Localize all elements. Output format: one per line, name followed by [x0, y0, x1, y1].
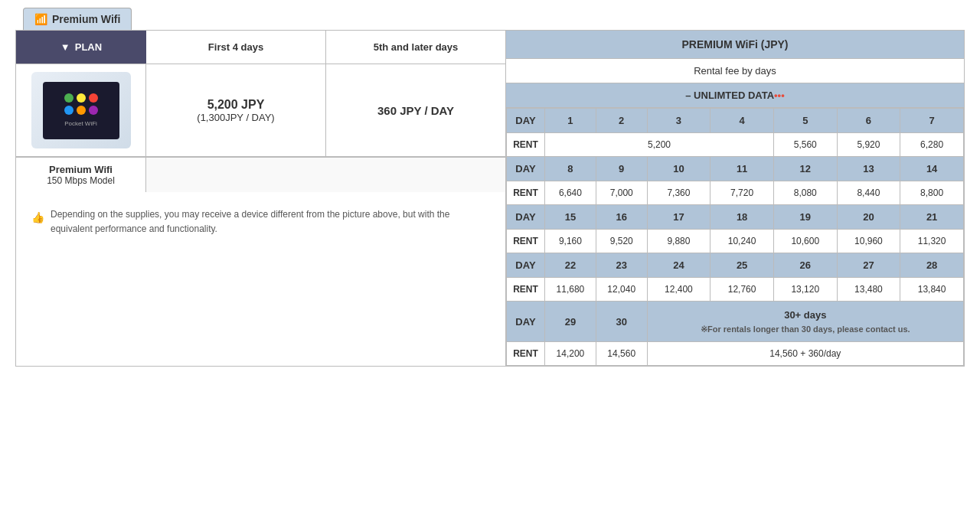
- pricing-table: DAY 1 2 3 4 5 6 7 RENT 5,200 5,560: [506, 108, 964, 366]
- first4-header: First 4 days: [146, 31, 326, 64]
- rent-16: 9,520: [596, 230, 647, 253]
- dot-1: [64, 93, 74, 103]
- rental-fee-title: Rental fee by days: [506, 59, 964, 83]
- rent-17: 9,880: [647, 230, 710, 253]
- day-19: 19: [773, 205, 837, 230]
- day-header-row-4: DAY 22 23 24 25 26 27 28: [507, 253, 964, 278]
- day-25: 25: [710, 253, 774, 278]
- plan-label: PLAN: [75, 41, 102, 53]
- rent-label-5: RENT: [507, 342, 545, 366]
- chevron-icon: ▼: [60, 41, 70, 53]
- rent-20: 10,960: [837, 230, 900, 253]
- thumbs-icon: 👍: [31, 209, 44, 236]
- rent-22: 11,680: [545, 278, 596, 302]
- rent-19: 10,600: [773, 230, 837, 253]
- day-28: 28: [900, 253, 964, 278]
- right-panel: PREMIUM WiFi (JPY) Rental fee by days – …: [506, 31, 964, 366]
- tab-label: Premium Wifi: [52, 13, 120, 25]
- day-header-row-2: DAY 8 9 10 11 12 13 14: [507, 157, 964, 181]
- day-label-3: DAY: [507, 205, 545, 230]
- day-9: 9: [596, 157, 647, 181]
- product-name: Premium Wifi: [24, 164, 138, 175]
- device-brand: Pocket WiFi: [64, 120, 97, 127]
- product-model: 150 Mbps Model: [24, 175, 138, 186]
- unlimited-dots: •••: [774, 90, 785, 101]
- rent-6: 5,920: [837, 133, 900, 157]
- day-label-1: DAY: [507, 109, 545, 133]
- main-content: ▼ PLAN First 4 days 5th and later days: [15, 30, 965, 367]
- plan-header-row: ▼ PLAN First 4 days 5th and later days: [16, 31, 505, 64]
- plan-header-cell: ▼ PLAN: [16, 31, 146, 64]
- product-name-cell: Premium Wifi 150 Mbps Model: [16, 158, 146, 192]
- day-22: 22: [545, 253, 596, 278]
- thirty-plus-note: ※For rentals longer than 30 days, please…: [651, 323, 960, 336]
- day-2: 2: [596, 109, 647, 133]
- rent-9: 7,000: [596, 181, 647, 205]
- day-11: 11: [710, 157, 774, 181]
- rent-8: 6,640: [545, 181, 596, 205]
- rent-25: 12,760: [710, 278, 774, 302]
- day-3: 3: [647, 109, 710, 133]
- unlimited-row: – UNLIMTED DATA•••: [506, 83, 964, 108]
- rent-30: 14,560: [596, 342, 647, 366]
- day-23: 23: [596, 253, 647, 278]
- rent-1-4: 5,200: [545, 133, 774, 157]
- product-image: Pocket WiFi: [31, 72, 131, 148]
- rent-label-2: RENT: [507, 181, 545, 205]
- day-4: 4: [710, 109, 774, 133]
- day-5: 5: [773, 109, 837, 133]
- day-24: 24: [647, 253, 710, 278]
- rent-label-1: RENT: [507, 133, 545, 157]
- dot-5: [77, 106, 86, 115]
- day-21: 21: [900, 205, 964, 230]
- day-6: 6: [837, 109, 900, 133]
- rent-label-3: RENT: [507, 230, 545, 253]
- rent-29: 14,200: [545, 342, 596, 366]
- product-extra-cell: [146, 158, 505, 192]
- day-header-row-3: DAY 15 16 17 18 19 20 21: [507, 205, 964, 230]
- thirty-plus-label: 30+ days: [651, 308, 960, 323]
- day-header-row-1: DAY 1 2 3 4 5 6 7: [507, 109, 964, 133]
- day-header-row-5: DAY 29 30 30+ days ※For rentals longer t…: [507, 302, 964, 342]
- dot-4: [64, 106, 74, 115]
- device-screen: Pocket WiFi: [43, 82, 119, 139]
- dot-3: [89, 93, 98, 103]
- unlimited-text: – UNLIMTED DATA: [685, 90, 774, 101]
- price-cell: 5,200 JPY (1,300JPY / DAY): [146, 64, 326, 156]
- rent-15: 9,160: [545, 230, 596, 253]
- left-panel: ▼ PLAN First 4 days 5th and later days: [16, 31, 506, 366]
- dot-6: [89, 106, 98, 115]
- rent-13: 8,440: [837, 181, 900, 205]
- rent-row-3: RENT 9,160 9,520 9,880 10,240 10,600 10,…: [507, 230, 964, 253]
- rent-11: 7,720: [710, 181, 774, 205]
- rent-7: 6,280: [900, 133, 964, 157]
- premium-wifi-tab[interactable]: 📶 Premium Wifi: [23, 8, 132, 30]
- day-14: 14: [900, 157, 964, 181]
- later-header: 5th and later days: [326, 31, 505, 64]
- day-8: 8: [545, 157, 596, 181]
- page-wrapper: 📶 Premium Wifi ▼ PLAN First 4 days 5th a…: [0, 0, 980, 512]
- rent-row-1: RENT 5,200 5,560 5,920 6,280: [507, 133, 964, 157]
- day-1: 1: [545, 109, 596, 133]
- day-27: 27: [837, 253, 900, 278]
- rent-5: 5,560: [773, 133, 837, 157]
- rent-23: 12,040: [596, 278, 647, 302]
- day-label-5: DAY: [507, 302, 545, 342]
- price-sub: (1,300JPY / DAY): [197, 112, 274, 123]
- day-15: 15: [545, 205, 596, 230]
- dot-2: [77, 93, 86, 103]
- rent-18: 10,240: [710, 230, 774, 253]
- wifi-icon: 📶: [34, 13, 47, 25]
- rent-14: 8,800: [900, 181, 964, 205]
- product-image-cell: Pocket WiFi: [16, 64, 146, 156]
- rent-row-2: RENT 6,640 7,000 7,360 7,720 8,080 8,440…: [507, 181, 964, 205]
- rent-21: 11,320: [900, 230, 964, 253]
- disclaimer: 👍 Depending on the supplies, you may rec…: [16, 192, 505, 252]
- rent-30plus: 14,560 + 360/day: [647, 342, 963, 366]
- thirty-plus-header: 30+ days ※For rentals longer than 30 day…: [647, 302, 963, 342]
- rent-12: 8,080: [773, 181, 837, 205]
- day-20: 20: [837, 205, 900, 230]
- rent-26: 13,120: [773, 278, 837, 302]
- rent-27: 13,480: [837, 278, 900, 302]
- product-info-row: Premium Wifi 150 Mbps Model: [16, 157, 505, 192]
